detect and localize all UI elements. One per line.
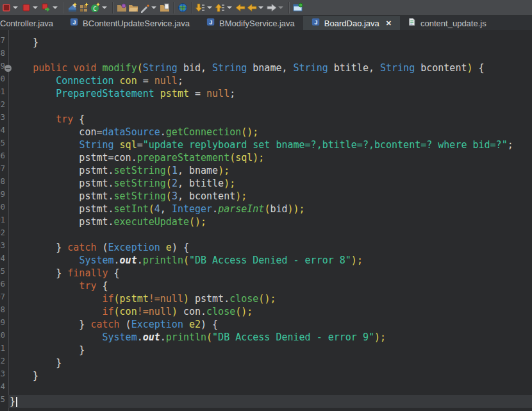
code-text[interactable]: } catch (Exception e) { bbox=[8, 241, 532, 254]
chevron-down-icon[interactable] bbox=[151, 6, 156, 9]
code-text[interactable]: } catch (Exception e2) { bbox=[8, 318, 532, 331]
code-line[interactable]: 112 } bbox=[0, 356, 532, 369]
code-line[interactable]: 97 pstmt.setString(1, bname); bbox=[0, 164, 532, 177]
next-annotation-button[interactable] bbox=[195, 1, 215, 15]
code-text[interactable]: if(pstmt!=null) pstmt.close(); bbox=[8, 292, 532, 305]
code-text[interactable]: try { bbox=[8, 280, 532, 292]
open-resource-button[interactable] bbox=[128, 1, 139, 15]
debug-stop-outline-button[interactable] bbox=[1, 1, 21, 15]
tab-label: content_update.js bbox=[420, 19, 486, 28]
chevron-down-icon[interactable] bbox=[278, 6, 283, 9]
code-line[interactable]: 93 try { bbox=[0, 113, 532, 126]
code-text[interactable]: } bbox=[8, 36, 532, 49]
code-text[interactable]: pstmt.setInt(4, Integer.parseInt(bid)); bbox=[8, 203, 532, 215]
toolbar-separator bbox=[112, 2, 113, 13]
line-number: 88 bbox=[0, 49, 8, 62]
terminate-button[interactable] bbox=[21, 1, 40, 15]
code-line[interactable]: 87 } bbox=[0, 36, 532, 49]
code-text[interactable] bbox=[8, 228, 532, 241]
back-history-button[interactable] bbox=[246, 1, 266, 15]
code-text[interactable]: System.out.println("DB Access Denied - e… bbox=[8, 331, 532, 344]
code-line[interactable]: 94 con=dataSource.getConnection(); bbox=[0, 126, 532, 138]
java-file-icon: J bbox=[312, 17, 320, 29]
previous-annotation-button[interactable] bbox=[215, 1, 235, 15]
open-web-browser-button[interactable] bbox=[177, 1, 188, 15]
chevron-down-icon[interactable] bbox=[13, 6, 18, 9]
debug-stop-outline-icon bbox=[1, 3, 12, 13]
chevron-down-icon[interactable] bbox=[258, 6, 263, 9]
code-text[interactable]: } finally { bbox=[8, 267, 532, 280]
code-text[interactable]: try { bbox=[8, 113, 532, 126]
code-line[interactable]: 96 pstmt=con.prepareStatement(sql); bbox=[0, 151, 532, 164]
code-line[interactable]: 98 pstmt.setString(2, btitle); bbox=[0, 177, 532, 190]
code-text[interactable] bbox=[8, 382, 532, 395]
code-text[interactable]: if(con!=null) con.close(); bbox=[8, 305, 532, 318]
code-line[interactable]: 102 bbox=[0, 228, 532, 241]
code-text[interactable]: pstmt.executeUpdate(); bbox=[8, 215, 532, 228]
code-text[interactable]: PreparedStatement pstmt = null; bbox=[8, 87, 532, 100]
svg-text:J: J bbox=[314, 19, 317, 26]
code-text[interactable]: pstmt.setString(1, bname); bbox=[8, 164, 532, 177]
code-text[interactable]: } bbox=[8, 369, 532, 382]
chevron-down-icon[interactable] bbox=[207, 6, 212, 9]
new-class-button[interactable]: C bbox=[90, 1, 110, 15]
code-line[interactable]: 99 pstmt.setString(3, bcontent); bbox=[0, 190, 532, 203]
chevron-down-icon[interactable] bbox=[102, 6, 107, 9]
open-file-button[interactable] bbox=[159, 1, 170, 15]
code-line[interactable]: 111 } bbox=[0, 344, 532, 356]
code-line[interactable]: 109 } catch (Exception e2) { bbox=[0, 318, 532, 331]
tab-bmodifyservice-java[interactable]: JBModifyService.java bbox=[198, 16, 303, 30]
tab-boarddao-java[interactable]: JBoardDao.java✕ bbox=[303, 16, 400, 30]
code-editor[interactable]: 87 }8889 public void modify(String bid, … bbox=[0, 30, 532, 411]
code-line[interactable]: 110 System.out.println("DB Access Denied… bbox=[0, 331, 532, 344]
code-text[interactable]: } bbox=[8, 356, 532, 369]
code-line[interactable]: 92 bbox=[0, 100, 532, 113]
chevron-down-icon[interactable] bbox=[227, 6, 232, 9]
code-line[interactable]: 114 bbox=[0, 382, 532, 395]
chevron-down-icon[interactable] bbox=[33, 6, 38, 9]
code-line[interactable]: 103 } catch (Exception e) { bbox=[0, 241, 532, 254]
pin-editor-button[interactable] bbox=[292, 1, 304, 15]
code-text[interactable]: con=dataSource.getConnection(); bbox=[8, 126, 532, 138]
code-line[interactable]: 105 } finally { bbox=[0, 267, 532, 280]
new-package-button[interactable] bbox=[78, 1, 90, 15]
tab-content-update-js[interactable]: content_update.js bbox=[400, 16, 495, 30]
code-line[interactable]: 106 try { bbox=[0, 280, 532, 292]
run-last-launched-button[interactable] bbox=[40, 1, 60, 15]
last-edit-location-button[interactable] bbox=[235, 1, 246, 15]
tab-controller-java[interactable]: Controller.java bbox=[0, 16, 62, 30]
code-line[interactable]: 107 if(pstmt!=null) pstmt.close(); bbox=[0, 292, 532, 305]
fold-collapse-icon[interactable] bbox=[4, 65, 12, 72]
code-text[interactable]: pstmt=con.prepareStatement(sql); bbox=[8, 151, 532, 164]
code-line[interactable]: 113 } bbox=[0, 369, 532, 382]
close-icon[interactable]: ✕ bbox=[386, 19, 392, 28]
code-text[interactable]: public void modify(String bid, String bn… bbox=[8, 62, 532, 74]
terminate-icon bbox=[21, 3, 31, 13]
open-resource-icon bbox=[128, 3, 138, 13]
code-line[interactable]: 90 Connection con = null; bbox=[0, 74, 532, 87]
tab-bcontentupdateservice-java[interactable]: JBContentUpdateService.java bbox=[62, 16, 198, 30]
code-text[interactable] bbox=[8, 49, 532, 62]
code-line[interactable]: 100 pstmt.setInt(4, Integer.parseInt(bid… bbox=[0, 203, 532, 215]
code-text[interactable]: Connection con = null; bbox=[8, 74, 532, 87]
code-text[interactable]: pstmt.setString(3, bcontent); bbox=[8, 190, 532, 203]
code-line[interactable]: 88 bbox=[0, 49, 532, 62]
code-line[interactable]: 104 System.out.println("DB Access Denied… bbox=[0, 254, 532, 267]
code-text[interactable]: System.out.println("DB Access Denied - e… bbox=[8, 254, 532, 267]
code-line[interactable]: 89 public void modify(String bid, String… bbox=[0, 62, 532, 74]
new-wizard-button[interactable] bbox=[67, 1, 78, 15]
code-line[interactable]: 108 if(con!=null) con.close(); bbox=[0, 305, 532, 318]
code-line[interactable]: 115} bbox=[0, 395, 532, 408]
code-text[interactable] bbox=[8, 100, 532, 113]
code-text[interactable]: } bbox=[8, 395, 532, 408]
code-line[interactable]: 91 PreparedStatement pstmt = null; bbox=[0, 87, 532, 100]
code-text[interactable]: pstmt.setString(2, btitle); bbox=[8, 177, 532, 190]
code-line[interactable]: 95 String sql="update replyboard set bna… bbox=[0, 138, 532, 151]
code-text[interactable]: String sql="update replyboard set bname=… bbox=[8, 138, 532, 151]
chevron-down-icon[interactable] bbox=[53, 6, 58, 9]
open-type-button[interactable] bbox=[116, 1, 128, 15]
code-text[interactable]: } bbox=[8, 344, 532, 356]
external-tools-button[interactable] bbox=[139, 1, 159, 15]
forward-history-button[interactable] bbox=[266, 1, 286, 15]
code-line[interactable]: 101 pstmt.executeUpdate(); bbox=[0, 215, 532, 228]
